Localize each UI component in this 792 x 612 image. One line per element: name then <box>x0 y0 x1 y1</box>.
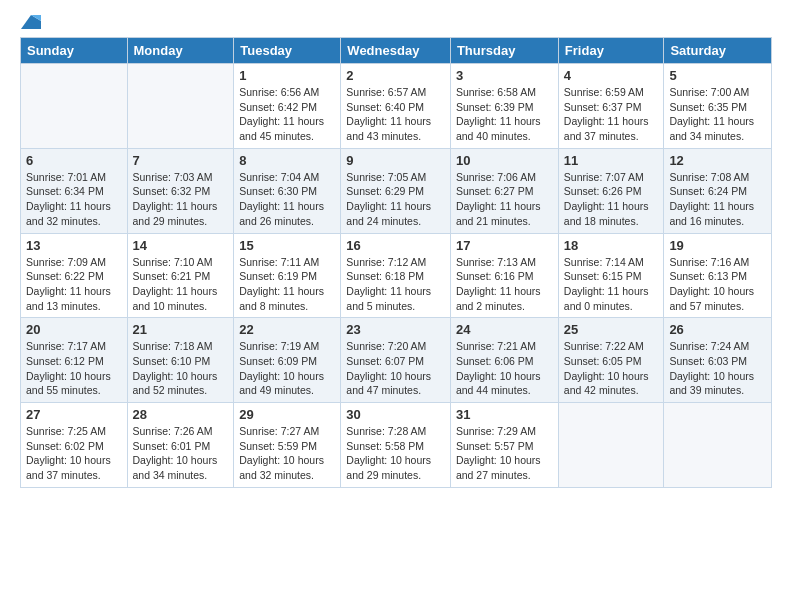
calendar-day-cell: 23Sunrise: 7:20 AMSunset: 6:07 PMDayligh… <box>341 318 451 403</box>
day-info: Sunrise: 6:59 AMSunset: 6:37 PMDaylight:… <box>564 85 659 144</box>
day-number: 8 <box>239 153 335 168</box>
day-number: 16 <box>346 238 445 253</box>
calendar-header-row: SundayMondayTuesdayWednesdayThursdayFrid… <box>21 38 772 64</box>
calendar-day-cell: 3Sunrise: 6:58 AMSunset: 6:39 PMDaylight… <box>450 64 558 149</box>
daylight-text: Daylight: 11 hours and 32 minutes. <box>26 200 111 227</box>
daylight-text: Daylight: 11 hours and 2 minutes. <box>456 285 541 312</box>
day-info: Sunrise: 7:28 AMSunset: 5:58 PMDaylight:… <box>346 424 445 483</box>
daylight-text: Daylight: 10 hours and 52 minutes. <box>133 370 218 397</box>
sunrise-text: Sunrise: 6:59 AM <box>564 86 644 98</box>
sunset-text: Sunset: 6:35 PM <box>669 101 747 113</box>
day-info: Sunrise: 7:29 AMSunset: 5:57 PMDaylight:… <box>456 424 553 483</box>
calendar-day-cell: 19Sunrise: 7:16 AMSunset: 6:13 PMDayligh… <box>664 233 772 318</box>
sunset-text: Sunset: 6:03 PM <box>669 355 747 367</box>
day-info: Sunrise: 7:25 AMSunset: 6:02 PMDaylight:… <box>26 424 122 483</box>
day-info: Sunrise: 7:14 AMSunset: 6:15 PMDaylight:… <box>564 255 659 314</box>
daylight-text: Daylight: 11 hours and 34 minutes. <box>669 115 754 142</box>
day-info: Sunrise: 7:09 AMSunset: 6:22 PMDaylight:… <box>26 255 122 314</box>
calendar-day-cell <box>127 64 234 149</box>
day-info: Sunrise: 7:21 AMSunset: 6:06 PMDaylight:… <box>456 339 553 398</box>
day-number: 14 <box>133 238 229 253</box>
sunrise-text: Sunrise: 7:14 AM <box>564 256 644 268</box>
calendar-day-cell <box>21 64 128 149</box>
calendar-day-cell: 6Sunrise: 7:01 AMSunset: 6:34 PMDaylight… <box>21 148 128 233</box>
day-number: 29 <box>239 407 335 422</box>
sunset-text: Sunset: 6:39 PM <box>456 101 534 113</box>
daylight-text: Daylight: 11 hours and 8 minutes. <box>239 285 324 312</box>
sunrise-text: Sunrise: 6:57 AM <box>346 86 426 98</box>
day-header-saturday: Saturday <box>664 38 772 64</box>
page-header <box>0 0 792 37</box>
day-info: Sunrise: 6:58 AMSunset: 6:39 PMDaylight:… <box>456 85 553 144</box>
calendar-day-cell: 16Sunrise: 7:12 AMSunset: 6:18 PMDayligh… <box>341 233 451 318</box>
day-info: Sunrise: 7:01 AMSunset: 6:34 PMDaylight:… <box>26 170 122 229</box>
calendar-day-cell: 17Sunrise: 7:13 AMSunset: 6:16 PMDayligh… <box>450 233 558 318</box>
calendar-week-row: 27Sunrise: 7:25 AMSunset: 6:02 PMDayligh… <box>21 403 772 488</box>
day-info: Sunrise: 7:17 AMSunset: 6:12 PMDaylight:… <box>26 339 122 398</box>
sunset-text: Sunset: 6:16 PM <box>456 270 534 282</box>
calendar-day-cell: 20Sunrise: 7:17 AMSunset: 6:12 PMDayligh… <box>21 318 128 403</box>
sunset-text: Sunset: 6:15 PM <box>564 270 642 282</box>
day-number: 21 <box>133 322 229 337</box>
calendar-day-cell: 27Sunrise: 7:25 AMSunset: 6:02 PMDayligh… <box>21 403 128 488</box>
calendar-day-cell: 2Sunrise: 6:57 AMSunset: 6:40 PMDaylight… <box>341 64 451 149</box>
day-header-monday: Monday <box>127 38 234 64</box>
day-number: 26 <box>669 322 766 337</box>
day-info: Sunrise: 7:20 AMSunset: 6:07 PMDaylight:… <box>346 339 445 398</box>
sunrise-text: Sunrise: 7:00 AM <box>669 86 749 98</box>
calendar-day-cell: 29Sunrise: 7:27 AMSunset: 5:59 PMDayligh… <box>234 403 341 488</box>
sunset-text: Sunset: 6:26 PM <box>564 185 642 197</box>
daylight-text: Daylight: 11 hours and 37 minutes. <box>564 115 649 142</box>
day-number: 1 <box>239 68 335 83</box>
day-number: 20 <box>26 322 122 337</box>
sunset-text: Sunset: 6:22 PM <box>26 270 104 282</box>
day-number: 15 <box>239 238 335 253</box>
day-info: Sunrise: 7:16 AMSunset: 6:13 PMDaylight:… <box>669 255 766 314</box>
sunset-text: Sunset: 6:13 PM <box>669 270 747 282</box>
calendar-day-cell: 9Sunrise: 7:05 AMSunset: 6:29 PMDaylight… <box>341 148 451 233</box>
sunset-text: Sunset: 6:10 PM <box>133 355 211 367</box>
calendar-table: SundayMondayTuesdayWednesdayThursdayFrid… <box>20 37 772 488</box>
day-info: Sunrise: 7:05 AMSunset: 6:29 PMDaylight:… <box>346 170 445 229</box>
daylight-text: Daylight: 10 hours and 34 minutes. <box>133 454 218 481</box>
day-number: 10 <box>456 153 553 168</box>
daylight-text: Daylight: 11 hours and 26 minutes. <box>239 200 324 227</box>
sunrise-text: Sunrise: 7:20 AM <box>346 340 426 352</box>
day-header-wednesday: Wednesday <box>341 38 451 64</box>
calendar-day-cell: 11Sunrise: 7:07 AMSunset: 6:26 PMDayligh… <box>558 148 664 233</box>
day-number: 22 <box>239 322 335 337</box>
sunrise-text: Sunrise: 7:29 AM <box>456 425 536 437</box>
sunrise-text: Sunrise: 7:05 AM <box>346 171 426 183</box>
day-info: Sunrise: 7:19 AMSunset: 6:09 PMDaylight:… <box>239 339 335 398</box>
day-info: Sunrise: 6:57 AMSunset: 6:40 PMDaylight:… <box>346 85 445 144</box>
day-number: 13 <box>26 238 122 253</box>
calendar-day-cell: 24Sunrise: 7:21 AMSunset: 6:06 PMDayligh… <box>450 318 558 403</box>
calendar-day-cell: 4Sunrise: 6:59 AMSunset: 6:37 PMDaylight… <box>558 64 664 149</box>
daylight-text: Daylight: 10 hours and 47 minutes. <box>346 370 431 397</box>
day-info: Sunrise: 7:12 AMSunset: 6:18 PMDaylight:… <box>346 255 445 314</box>
calendar-day-cell: 28Sunrise: 7:26 AMSunset: 6:01 PMDayligh… <box>127 403 234 488</box>
sunrise-text: Sunrise: 7:03 AM <box>133 171 213 183</box>
day-info: Sunrise: 7:26 AMSunset: 6:01 PMDaylight:… <box>133 424 229 483</box>
daylight-text: Daylight: 10 hours and 57 minutes. <box>669 285 754 312</box>
sunrise-text: Sunrise: 7:24 AM <box>669 340 749 352</box>
calendar-day-cell: 8Sunrise: 7:04 AMSunset: 6:30 PMDaylight… <box>234 148 341 233</box>
sunrise-text: Sunrise: 7:04 AM <box>239 171 319 183</box>
sunset-text: Sunset: 5:58 PM <box>346 440 424 452</box>
sunset-text: Sunset: 6:24 PM <box>669 185 747 197</box>
daylight-text: Daylight: 11 hours and 10 minutes. <box>133 285 218 312</box>
sunset-text: Sunset: 5:57 PM <box>456 440 534 452</box>
calendar-week-row: 13Sunrise: 7:09 AMSunset: 6:22 PMDayligh… <box>21 233 772 318</box>
day-info: Sunrise: 7:04 AMSunset: 6:30 PMDaylight:… <box>239 170 335 229</box>
calendar-day-cell: 15Sunrise: 7:11 AMSunset: 6:19 PMDayligh… <box>234 233 341 318</box>
sunrise-text: Sunrise: 7:12 AM <box>346 256 426 268</box>
calendar-day-cell: 30Sunrise: 7:28 AMSunset: 5:58 PMDayligh… <box>341 403 451 488</box>
daylight-text: Daylight: 10 hours and 55 minutes. <box>26 370 111 397</box>
sunrise-text: Sunrise: 7:13 AM <box>456 256 536 268</box>
calendar-day-cell <box>558 403 664 488</box>
day-number: 12 <box>669 153 766 168</box>
day-header-friday: Friday <box>558 38 664 64</box>
day-header-tuesday: Tuesday <box>234 38 341 64</box>
daylight-text: Daylight: 11 hours and 18 minutes. <box>564 200 649 227</box>
sunset-text: Sunset: 6:30 PM <box>239 185 317 197</box>
